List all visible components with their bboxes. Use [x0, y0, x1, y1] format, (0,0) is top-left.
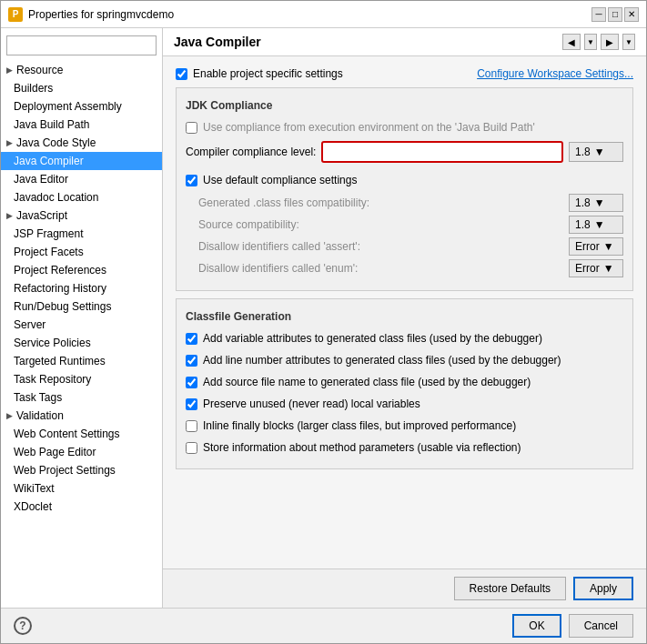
- dialog-actions: OK Cancel: [512, 614, 633, 638]
- sidebar-item-label: Java Build Path: [14, 118, 89, 131]
- forward-button[interactable]: ▶: [601, 34, 619, 50]
- sidebar-item-label: Java Editor: [14, 173, 68, 186]
- sidebar-item-label: Task Tags: [14, 391, 62, 404]
- cancel-button[interactable]: Cancel: [569, 614, 633, 638]
- disallow-enum-value: Error: [575, 262, 600, 275]
- sidebar-item-label: Java Code Style: [16, 136, 96, 149]
- classfile-checkbox-store-method-params[interactable]: [186, 442, 197, 454]
- back-dropdown[interactable]: ▼: [584, 34, 597, 50]
- sidebar-item-javascript[interactable]: ▶JavaScript: [1, 206, 162, 225]
- main-content: Enable project specific settings Configu…: [163, 56, 646, 569]
- disallow-assert-dropdown[interactable]: Error ▼: [569, 237, 623, 256]
- configure-workspace-link[interactable]: Configure Workspace Settings...: [477, 67, 633, 80]
- enable-project-settings-row: Enable project specific settings Configu…: [176, 65, 633, 82]
- classfile-item-add-variable: Add variable attributes to generated cla…: [186, 330, 623, 347]
- sidebar-item-label: Web Page Editor: [14, 446, 96, 458]
- restore-defaults-button[interactable]: Restore Defaults: [454, 577, 566, 600]
- sidebar-item-web-content-settings[interactable]: Web Content Settings: [1, 425, 162, 443]
- compiler-compliance-label: Compiler compliance level:: [186, 146, 316, 158]
- sidebar-item-project-facets[interactable]: Project Facets: [1, 243, 162, 261]
- sidebar-item-xdoclet[interactable]: XDoclet: [1, 498, 162, 516]
- window-title: Properties for springmvcdemo: [28, 8, 174, 21]
- sidebar-item-web-project-settings[interactable]: Web Project Settings: [1, 461, 162, 479]
- compliance-text-input[interactable]: [323, 143, 561, 161]
- disallow-enum-row: Disallow identifiers called 'enum': Erro…: [195, 259, 623, 277]
- sidebar-item-label: Deployment Assembly: [14, 100, 122, 113]
- classfile-checkbox-add-variable[interactable]: [186, 333, 197, 345]
- maximize-button[interactable]: □: [608, 7, 622, 22]
- sidebar-item-server[interactable]: Server: [1, 316, 162, 334]
- jdk-compliance-title: JDK Compliance: [186, 99, 623, 112]
- sidebar-item-task-tags[interactable]: Task Tags: [1, 388, 162, 407]
- sidebar-item-java-editor[interactable]: Java Editor: [1, 170, 162, 188]
- sidebar-item-refactoring-history[interactable]: Refactoring History: [1, 279, 162, 297]
- use-compliance-label: Use compliance from execution environmen…: [203, 121, 535, 134]
- classfile-checkbox-add-line-number[interactable]: [186, 355, 197, 367]
- sidebar-item-run-debug-settings[interactable]: Run/Debug Settings: [1, 297, 162, 316]
- ok-button[interactable]: OK: [512, 614, 561, 638]
- use-compliance-checkbox[interactable]: [186, 122, 197, 134]
- dialog-bottom: ? OK Cancel: [1, 608, 646, 643]
- nav-arrows: ◀ ▼ ▶ ▼: [562, 34, 635, 50]
- sidebar-item-java-compiler[interactable]: Java Compiler: [1, 152, 162, 170]
- classfile-item-add-source-file: Add source file name to generated class …: [186, 374, 623, 390]
- dropdown-arrow-icon: ▼: [594, 146, 605, 158]
- expand-arrow-icon: ▶: [6, 411, 13, 420]
- classfile-checkbox-add-source-file[interactable]: [186, 377, 197, 388]
- minimize-button[interactable]: ─: [591, 7, 606, 22]
- apply-button[interactable]: Apply: [573, 577, 633, 600]
- source-compat-arrow-icon: ▼: [594, 218, 605, 231]
- sidebar-item-builders[interactable]: Builders: [1, 79, 162, 97]
- disallow-enum-arrow-icon: ▼: [603, 262, 614, 275]
- sidebar-item-label: Web Project Settings: [14, 464, 116, 477]
- source-compat-dropdown[interactable]: 1.8 ▼: [569, 216, 623, 234]
- classfile-checkbox-preserve-unused[interactable]: [186, 398, 197, 410]
- classfile-generation-section: Classfile Generation Add variable attrib…: [176, 298, 633, 469]
- titlebar-left: P Properties for springmvcdemo: [8, 7, 174, 22]
- sidebar-item-label: Validation: [16, 409, 64, 422]
- sidebar-item-jsp-fragment[interactable]: JSP Fragment: [1, 225, 162, 243]
- use-compliance-row: Use compliance from execution environmen…: [186, 119, 623, 136]
- disallow-assert-row: Disallow identifiers called 'assert': Er…: [195, 237, 623, 256]
- titlebar: P Properties for springmvcdemo ─ □ ✕: [1, 1, 646, 28]
- sidebar-search-input[interactable]: [6, 35, 157, 55]
- classfile-checkbox-inline-finally[interactable]: [186, 420, 197, 432]
- sidebar-item-task-repository[interactable]: Task Repository: [1, 370, 162, 388]
- compliance-settings-grid: Generated .class files compatibility: 1.…: [195, 194, 623, 277]
- sidebar-item-web-page-editor[interactable]: Web Page Editor: [1, 443, 162, 461]
- sidebar-item-project-references[interactable]: Project References: [1, 261, 162, 279]
- source-compat-value: 1.8: [575, 218, 591, 231]
- disallow-enum-dropdown[interactable]: Error ▼: [569, 259, 623, 277]
- main-header: Java Compiler ◀ ▼ ▶ ▼: [163, 28, 646, 56]
- help-button[interactable]: ?: [14, 617, 32, 635]
- generated-class-dropdown[interactable]: 1.8 ▼: [569, 194, 623, 212]
- sidebar-item-validation[interactable]: ▶Validation: [1, 407, 162, 425]
- back-button[interactable]: ◀: [562, 34, 581, 50]
- sidebar-item-java-build-path[interactable]: Java Build Path: [1, 116, 162, 134]
- sidebar-item-javadoc-location[interactable]: Javadoc Location: [1, 188, 162, 206]
- sidebar-item-java-code-style[interactable]: ▶Java Code Style: [1, 134, 162, 152]
- classfile-item-store-method-params: Store information about method parameter…: [186, 439, 623, 456]
- generated-class-value: 1.8: [575, 196, 591, 209]
- classfile-label-preserve-unused: Preserve unused (never read) local varia…: [203, 397, 420, 410]
- content-area: ▶ResourceBuildersDeployment AssemblyJava…: [1, 28, 646, 608]
- sidebar-item-wikitext[interactable]: WikiText: [1, 479, 162, 498]
- sidebar-item-targeted-runtimes[interactable]: Targeted Runtimes: [1, 352, 162, 370]
- expand-arrow-icon: ▶: [6, 211, 13, 220]
- classfile-label-add-source-file: Add source file name to generated class …: [203, 376, 531, 388]
- generated-class-row: Generated .class files compatibility: 1.…: [195, 194, 623, 212]
- sidebar-item-label: JavaScript: [16, 209, 67, 222]
- generated-class-label: Generated .class files compatibility:: [195, 196, 561, 209]
- enable-project-settings-checkbox[interactable]: [176, 68, 187, 80]
- compliance-value-dropdown[interactable]: 1.8 ▼: [569, 142, 623, 162]
- forward-dropdown[interactable]: ▼: [622, 34, 635, 50]
- sidebar: ▶ResourceBuildersDeployment AssemblyJava…: [1, 28, 163, 608]
- sidebar-item-deployment-assembly[interactable]: Deployment Assembly: [1, 97, 162, 116]
- use-default-checkbox[interactable]: [186, 175, 197, 186]
- sidebar-item-service-policies[interactable]: Service Policies: [1, 334, 162, 352]
- expand-arrow-icon: ▶: [6, 138, 13, 147]
- sidebar-item-resource[interactable]: ▶Resource: [1, 61, 162, 79]
- sidebar-item-label: Javadoc Location: [14, 191, 98, 204]
- close-button[interactable]: ✕: [624, 7, 639, 22]
- titlebar-controls: ─ □ ✕: [591, 7, 639, 22]
